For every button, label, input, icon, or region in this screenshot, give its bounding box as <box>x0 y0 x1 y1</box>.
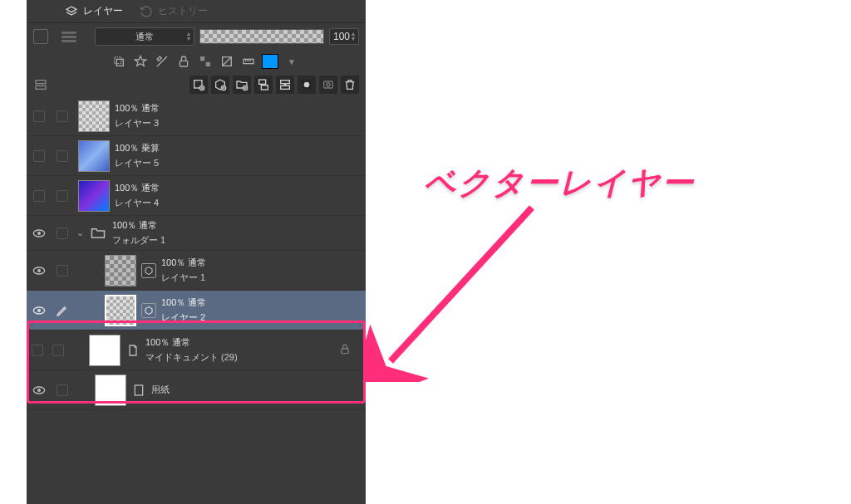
svg-point-40 <box>37 389 41 392</box>
folder-icon <box>91 228 106 239</box>
clip-mask-icon[interactable] <box>110 52 128 71</box>
chevron-down-icon[interactable]: ⌄ <box>76 228 84 238</box>
layer-meta: 100％ 乗算 <box>115 142 160 154</box>
layer-thumbnail[interactable] <box>78 140 110 172</box>
layer-name: レイヤー 4 <box>115 197 160 209</box>
paper-icon <box>131 383 146 398</box>
panel-toggle-icon[interactable] <box>32 76 50 94</box>
layers-icon <box>65 5 78 18</box>
layer-name: レイヤー 1 <box>161 272 206 284</box>
lock-checkbox[interactable] <box>57 190 68 202</box>
layer-thumbnail[interactable] <box>89 335 121 366</box>
visibility-checkbox[interactable] <box>33 190 45 202</box>
layer-thumbnail[interactable] <box>78 100 110 132</box>
svg-rect-26 <box>281 81 290 84</box>
layer-row[interactable]: 用紙 <box>27 370 366 410</box>
lock-checkbox[interactable] <box>57 384 68 396</box>
layer-row[interactable]: 100％ 通常 レイヤー 1 <box>27 251 366 291</box>
svg-rect-3 <box>180 61 187 66</box>
visibility-checkbox[interactable] <box>32 345 43 356</box>
tab-history-label: ヒストリー <box>158 4 208 18</box>
svg-rect-2 <box>116 59 123 66</box>
opacity-slider[interactable] <box>199 29 324 44</box>
blend-mode-dropdown[interactable]: 通常 ▴▾ <box>95 27 194 46</box>
reference-layer-icon[interactable] <box>131 52 150 71</box>
lock-icon[interactable] <box>175 52 193 71</box>
layer-thumbnail[interactable] <box>105 255 136 286</box>
svg-rect-12 <box>36 81 46 84</box>
eye-icon[interactable] <box>32 228 46 238</box>
layer-thumbnail[interactable] <box>95 374 126 406</box>
svg-line-7 <box>223 57 232 66</box>
svg-rect-25 <box>261 86 268 90</box>
lock-checkbox[interactable] <box>52 345 64 356</box>
lock-checkbox[interactable] <box>57 228 68 239</box>
vector-badge-icon <box>141 303 156 318</box>
new-raster-layer-icon[interactable] <box>189 76 208 94</box>
ruler-icon[interactable] <box>239 52 258 71</box>
layer-row[interactable]: 100％ 通常 マイドキュメント (29) <box>27 330 366 370</box>
layer-name: レイヤー 2 <box>161 311 206 324</box>
layer-name: 用紙 <box>151 384 170 396</box>
layer-name: レイヤー 5 <box>115 157 160 169</box>
layer-meta: 100％ 通常 <box>161 257 206 269</box>
palette-color-box[interactable] <box>33 29 48 44</box>
chevron-updown-icon: ▴▾ <box>352 32 355 42</box>
tab-layers[interactable]: レイヤー <box>57 0 131 22</box>
vector-badge-icon <box>141 263 156 278</box>
svg-point-31 <box>327 83 330 86</box>
layer-thumbnail[interactable] <box>105 295 136 326</box>
opacity-value: 100 <box>333 31 350 42</box>
lock-checkbox[interactable] <box>57 150 68 162</box>
eye-icon[interactable] <box>32 266 46 276</box>
eye-icon[interactable] <box>32 306 46 316</box>
new-vector-layer-icon[interactable] <box>211 76 229 94</box>
layer-row[interactable]: 100％ 乗算 レイヤー 5 <box>27 136 366 176</box>
layer-list: 100％ 通常 レイヤー 3 100％ 乗算 レイヤー 5 100％ 通常 レイ… <box>27 96 366 410</box>
create-mask-icon[interactable] <box>298 76 316 94</box>
lock-checkbox[interactable] <box>57 265 68 276</box>
merge-down-icon[interactable] <box>276 76 294 94</box>
layer-name: マイドキュメント (29) <box>145 351 238 364</box>
svg-rect-38 <box>342 348 348 353</box>
panel-tabs: レイヤー ヒストリー <box>27 0 366 23</box>
svg-point-35 <box>37 269 41 272</box>
folder-row[interactable]: ⌄ 100％ 通常 フォルダー 1 <box>27 216 366 251</box>
tab-history[interactable]: ヒストリー <box>131 0 216 22</box>
svg-point-33 <box>37 232 41 235</box>
svg-point-37 <box>37 309 41 312</box>
svg-line-42 <box>391 208 532 361</box>
layer-options-bar: ▼ <box>27 50 366 73</box>
trash-icon[interactable] <box>341 76 359 94</box>
new-folder-icon[interactable] <box>233 76 251 94</box>
visibility-checkbox[interactable] <box>33 150 45 162</box>
svg-point-29 <box>304 82 310 88</box>
draft-layer-icon[interactable] <box>153 52 171 71</box>
layer-meta: 100％ 通常 <box>161 296 206 309</box>
svg-rect-5 <box>206 62 210 66</box>
apply-mask-icon[interactable] <box>319 76 337 94</box>
dropdown-icon[interactable]: ▼ <box>283 52 301 71</box>
layer-meta: 100％ 通常 <box>112 219 165 232</box>
svg-rect-24 <box>259 80 266 84</box>
lock-checkbox[interactable] <box>57 110 68 122</box>
disable-mask-icon[interactable] <box>218 52 236 71</box>
layer-actions-bar <box>27 73 366 96</box>
eye-icon[interactable] <box>32 385 46 395</box>
blend-mode-value: 通常 <box>135 31 154 43</box>
layers-panel: レイヤー ヒストリー 通常 ▴▾ 100 ▴▾ <box>27 0 366 504</box>
svg-rect-41 <box>135 385 142 395</box>
layer-row-selected[interactable]: 100％ 通常 レイヤー 2 <box>27 291 366 330</box>
opacity-field[interactable]: 100 ▴▾ <box>329 28 359 45</box>
svg-rect-13 <box>36 86 46 89</box>
layer-row[interactable]: 100％ 通常 レイヤー 4 <box>27 176 366 216</box>
layer-meta: 100％ 通常 <box>145 336 238 349</box>
svg-rect-1 <box>115 57 121 64</box>
layer-row[interactable]: 100％ 通常 レイヤー 3 <box>27 96 366 136</box>
transfer-down-icon[interactable] <box>254 76 273 94</box>
layer-color-swatch[interactable] <box>261 52 279 71</box>
svg-rect-4 <box>200 56 204 61</box>
layer-thumbnail[interactable] <box>78 180 110 212</box>
visibility-checkbox[interactable] <box>33 110 45 122</box>
mask-region-icon[interactable] <box>196 52 214 71</box>
